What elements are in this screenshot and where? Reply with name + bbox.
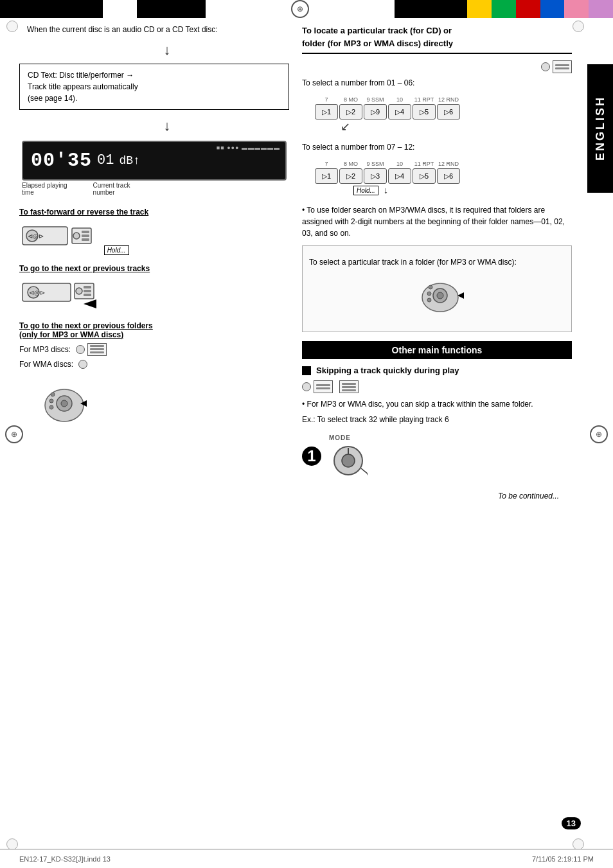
arrow-down-2: ↓	[45, 118, 289, 134]
num-btn-6[interactable]: ▷6	[437, 104, 460, 120]
joystick-illustration	[32, 376, 289, 436]
skip-bar1-2	[316, 387, 330, 389]
top-color-bar: ⊕	[0, 0, 613, 18]
top-bar-left	[0, 0, 206, 18]
display-elapsed-digits: 00'35	[31, 150, 92, 172]
locate-device-row	[302, 60, 572, 73]
num-btn2-5[interactable]: ▷5	[413, 168, 436, 184]
mp3-label: For MP3 discs:	[19, 345, 71, 354]
svg-point-22	[51, 393, 55, 396]
locate-bar1	[555, 64, 569, 66]
current-line1: Current track	[93, 182, 130, 189]
svg-line-34	[361, 468, 368, 475]
bar-red	[516, 0, 540, 18]
num-btn-4[interactable]: ▷4	[388, 104, 411, 120]
next-prev-title: To go to the next or previous tracks	[19, 264, 289, 273]
svg-marker-35	[367, 472, 368, 477]
skip-bar2-3	[342, 389, 356, 391]
language-sidebar: ENGLISH	[587, 64, 613, 193]
select-07-12-label: To select a number from 07 – 12:	[302, 141, 572, 153]
fast-forward-title: To fast-forward or reverse the track	[19, 208, 289, 217]
label2-10: 10	[388, 161, 411, 167]
svg-point-29	[429, 285, 432, 289]
display-unit-container: ■■ ●●● ▬▬▬▬▬▬ 00'35 01 dB↑ Elapsed playi…	[19, 138, 289, 199]
label-10: 10	[388, 96, 411, 103]
svg-point-12	[76, 288, 82, 294]
skip-bar2-1	[342, 383, 356, 385]
mode-button-svg	[329, 443, 368, 478]
arrow-down-hold: ↓	[384, 185, 388, 195]
next-prev-folders-section: To go to the next or previous folders (o…	[19, 321, 289, 436]
bar-blue	[540, 0, 565, 18]
label-7: 7	[315, 96, 338, 103]
locate-title: To locate a particular track (for CD) or…	[302, 24, 572, 49]
num-buttons-row1: 7 8 MO 9 SSM 10 11 RPT 12 RND ▷1 ▷2 ▷9 ▷…	[302, 94, 572, 136]
skip-bars1	[314, 380, 333, 393]
num-btns-row: ▷1 ▷2 ▷9 ▷4 ▷5 ▷6	[302, 104, 572, 120]
hold-label-ff: Hold...	[104, 245, 129, 255]
hold-row: Hold... ↓	[353, 185, 572, 195]
display-small-text: ■■ ●●● ▬▬▬▬▬▬	[217, 145, 280, 151]
bullet-text: When the current disc is an audio CD or …	[27, 24, 289, 35]
skip-bar2-2	[342, 386, 356, 388]
right-circle-mark: ⊕	[590, 425, 608, 443]
num-btn2-4[interactable]: ▷4	[388, 168, 411, 184]
main-content: When the current disc is an audio CD or …	[0, 18, 613, 507]
right-reg-mark: ⊕	[590, 425, 608, 443]
display-labels: Elapsed playing time Current track numbe…	[22, 182, 287, 196]
num-btn-2[interactable]: ▷2	[339, 104, 362, 120]
num-btn2-3[interactable]: ▷3	[364, 168, 387, 184]
skip-device-2	[339, 380, 359, 393]
svg-point-4	[73, 233, 80, 239]
num-btn2-1[interactable]: ▷1	[315, 168, 338, 184]
svg-text:⊲◎⊳: ⊲◎⊳	[29, 289, 45, 296]
folder-track-box: To select a particular track in a folder…	[302, 245, 572, 332]
other-main-functions-heading: Other main functions	[302, 341, 572, 359]
label-8mo: 8 MO	[339, 96, 362, 103]
num-btn-9[interactable]: ▷9	[364, 104, 387, 120]
mp3-bar3	[90, 351, 104, 353]
skipping-heading: Skipping a track quickly during play	[302, 366, 572, 375]
joystick-svg	[32, 376, 96, 434]
display-track-number: 01	[97, 152, 114, 168]
english-label: ENGLISH	[594, 96, 607, 161]
locate-knob	[541, 62, 550, 71]
bar-green	[492, 0, 516, 18]
num-btn2-2[interactable]: ▷2	[339, 168, 362, 184]
locate-device	[541, 60, 572, 73]
label-9ssm: 9 SSM	[364, 96, 387, 103]
skip-knob1	[302, 382, 311, 391]
mp3-bar1	[90, 345, 104, 347]
svg-rect-7	[82, 238, 89, 241]
num-btn-5[interactable]: ▷5	[413, 104, 436, 120]
elapsed-line1: Elapsed playing	[22, 182, 67, 189]
num-btn2-6[interactable]: ▷6	[437, 168, 460, 184]
skipping-device-row	[302, 380, 572, 393]
num-btn-1[interactable]: ▷1	[315, 104, 338, 120]
fast-forward-illustration: ⊲◎⊳ Hold...	[19, 220, 289, 255]
footer-left: EN12-17_KD-S32[J]t.indd 13	[19, 855, 111, 863]
mp3-device	[76, 343, 107, 356]
current-label: Current track number	[93, 182, 130, 196]
locate-bar2	[555, 67, 569, 69]
svg-point-21	[49, 405, 53, 409]
svg-rect-14	[84, 290, 91, 292]
cd-text-box: CD Text: Disc title/performer → Track ti…	[19, 64, 289, 110]
display-db: dB↑	[119, 154, 139, 167]
num-buttons-row2: 7 8 MO 9 SSM 10 11 RPT 12 RND ▷1 ▷2 ▷3 ▷…	[302, 158, 572, 198]
label2-11rpt: 11 RPT	[413, 161, 436, 167]
svg-point-20	[49, 399, 53, 403]
cd-text-line1: CD Text: Disc title/performer →	[28, 69, 281, 81]
label2-8mo: 8 MO	[339, 161, 362, 167]
next-prev-folders-title: To go to the next or previous folders (o…	[19, 321, 289, 339]
svg-point-32	[342, 454, 355, 467]
next-prev-svg: ⊲◎⊳	[19, 277, 109, 312]
select-01-06-label: To select a number from 01 – 06:	[302, 77, 572, 89]
example-text: Ex.: To select track 32 while playing tr…	[302, 414, 572, 425]
current-line2: number	[93, 189, 130, 196]
mp3-bar2	[90, 348, 104, 350]
step-1-number: 1	[302, 447, 321, 466]
corner-mark-top-right	[573, 21, 584, 32]
top-bar-center: ⊕	[206, 0, 395, 18]
curved-arrow-1: ↙	[341, 120, 572, 134]
